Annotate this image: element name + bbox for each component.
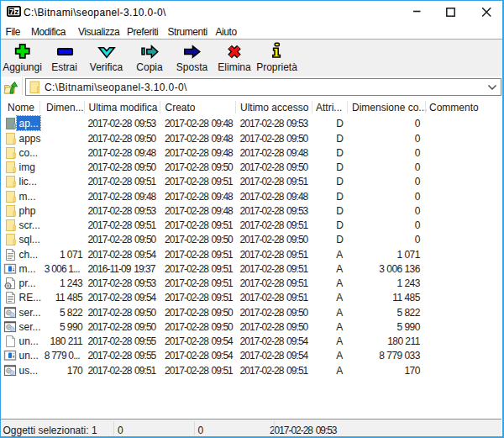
svg-text:z: z — [14, 7, 18, 16]
svg-text:7: 7 — [9, 7, 13, 16]
